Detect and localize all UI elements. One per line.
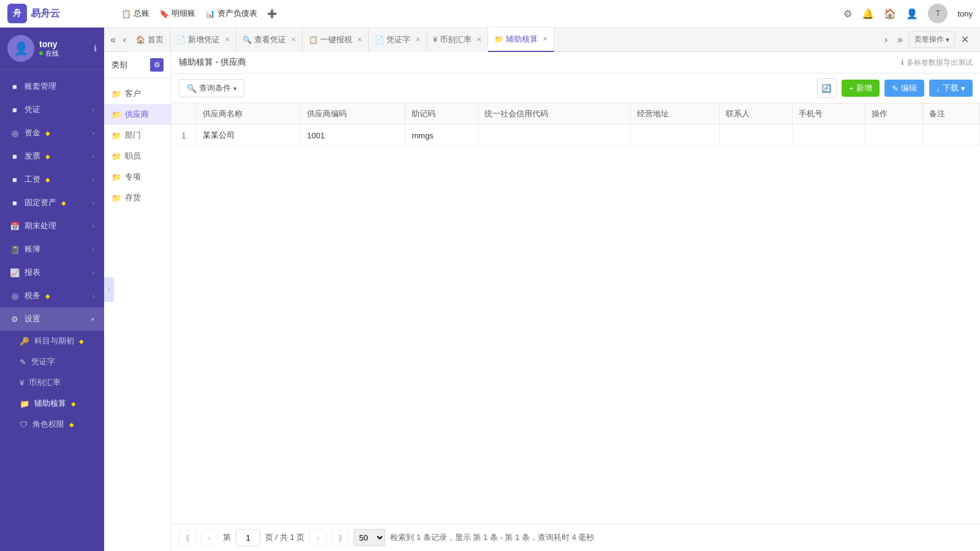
nav-detail[interactable]: 🔖 明细账 — [159, 8, 195, 19]
tab-voucher-word-close[interactable]: ✕ — [415, 36, 420, 43]
tab-aux-accounting-close[interactable]: ✕ — [543, 36, 548, 42]
sub-item-voucher-word-label: 凭证字 — [31, 356, 55, 367]
multi-select-hint-text: 多标签数据导出测试 — [907, 58, 973, 68]
category-panel: 类别 ⚙ 📁 客户 📁 供应商 📁 部门 — [104, 52, 172, 551]
home-icon[interactable]: 🏠 — [884, 8, 896, 20]
data-table: 供应商名称 供应商编码 助记码 统一社会信用代码 经营地址 联系人 手机号 操作… — [172, 103, 980, 523]
sidebar-item-ledger[interactable]: 📓 账簿 › — [0, 238, 104, 261]
row-1-operation — [865, 125, 922, 146]
employee-folder-icon: 📁 — [111, 152, 121, 161]
page-first-btn[interactable]: ⟪ — [179, 529, 196, 546]
tab-one-key-tax[interactable]: 📋 一键报税 ✕ — [303, 28, 369, 52]
tab-new-voucher[interactable]: 📄 新增凭证 ✕ — [170, 28, 236, 52]
tab-new-voucher-label: 新增凭证 — [188, 34, 220, 45]
category-customer[interactable]: 📁 客户 — [104, 83, 171, 104]
tab-one-key-tax-close[interactable]: ✕ — [357, 36, 362, 43]
tabs-action-btn[interactable]: 页签操作 ▾ — [909, 31, 955, 48]
table-body: 1 某某公司 1001 mmgs — [172, 125, 980, 146]
page-next-btn[interactable]: › — [309, 529, 326, 546]
pagination: ⟪ ‹ 第 页 / 共 1 页 › ⟫ 10 20 50 100 检索到 1 条… — [172, 523, 980, 551]
col-address: 经营地址 — [630, 103, 719, 125]
user-icon[interactable]: 👤 — [906, 8, 918, 20]
notification-icon[interactable]: 🔔 — [862, 8, 874, 20]
add-btn[interactable]: + 新增 — [842, 80, 880, 97]
refresh-btn[interactable]: 🔄 — [817, 78, 837, 98]
logo[interactable]: 舟 易舟云 — [7, 4, 111, 23]
tab-currency-rate-close[interactable]: ✕ — [477, 36, 481, 43]
tab-new-voucher-icon: 📄 — [176, 36, 186, 44]
info-icon[interactable]: ℹ — [94, 43, 97, 53]
edit-btn[interactable]: ✎ 编辑 — [884, 80, 924, 97]
tabs-bar: « ‹ 🏠 首页 📄 新增凭证 ✕ 🔍 查看凭证 ✕ 📋 — [104, 28, 980, 52]
sidebar-item-fixed-assets[interactable]: ■ 固定资产 ◆ › — [0, 191, 104, 214]
tab-view-voucher-close[interactable]: ✕ — [291, 36, 296, 43]
top-nav: 📋 总账 🔖 明细账 📊 资产负债表 ➕ — [121, 8, 834, 19]
category-supplier[interactable]: 📁 供应商 — [104, 104, 171, 125]
page-number-input[interactable] — [236, 529, 260, 546]
tab-nav-back[interactable]: ‹ — [119, 34, 130, 45]
download-btn[interactable]: ↓ 下载 ▾ — [929, 80, 973, 97]
sidebar-collapse-btn[interactable]: ‹ — [104, 277, 114, 302]
tab-voucher-word[interactable]: 📄 凭证字 ✕ — [369, 28, 427, 52]
edit-icon: ✎ — [892, 84, 899, 93]
page-last-btn[interactable]: ⟫ — [331, 529, 349, 546]
category-supplier-label: 供应商 — [125, 109, 149, 120]
avatar: T — [928, 4, 948, 23]
nav-ledger[interactable]: 📋 总账 — [121, 8, 149, 19]
category-list: 📁 客户 📁 供应商 📁 部门 📁 职员 — [104, 78, 171, 551]
tab-currency-rate-icon: ¥ — [433, 36, 437, 44]
tab-aux-accounting[interactable]: 📁 辅助核算 ✕ — [488, 28, 554, 52]
sub-item-subjects[interactable]: 🔑 科目与期初 ◆ — [10, 331, 104, 351]
tab-nav-last[interactable]: » — [894, 34, 907, 45]
add-label: 新增 — [856, 83, 872, 94]
search-conditions-btn[interactable]: 🔍 查询条件 ▾ — [179, 79, 244, 97]
sidebar-item-tax[interactable]: ◎ 税务 ◆ › — [0, 284, 104, 307]
tabs-action-label: 页签操作 — [914, 34, 944, 45]
sidebar-item-reports[interactable]: 📈 报表 › — [0, 261, 104, 284]
download-label: 下载 — [943, 83, 959, 94]
nav-add[interactable]: ➕ — [267, 9, 277, 18]
category-settings-btn[interactable]: ⚙ — [150, 58, 164, 72]
settings-icon[interactable]: ⚙ — [843, 8, 852, 20]
info-hint-icon: ℹ — [901, 58, 904, 67]
sub-item-currency[interactable]: ¥ 币别汇率 — [10, 372, 104, 393]
sidebar-item-tax-label: 税务 — [24, 290, 40, 301]
sidebar-item-period[interactable]: 📅 期末处理 › — [0, 214, 104, 238]
category-special[interactable]: 📁 专项 — [104, 167, 171, 187]
sidebar-item-voucher[interactable]: ■ 凭证 › — [0, 98, 104, 121]
tab-view-voucher[interactable]: 🔍 查看凭证 ✕ — [236, 28, 303, 52]
sidebar-item-payroll-label: 工资 — [24, 174, 40, 185]
search-icon: 🔍 — [187, 84, 197, 93]
app-name: 易舟云 — [31, 7, 60, 20]
tab-close-all[interactable]: ✕ — [957, 34, 973, 45]
subjects-icon: 🔑 — [20, 337, 29, 346]
sidebar: 👤 tony 在线 ℹ ■ 账套管理 ■ 凭证 › ◎ — [0, 28, 104, 551]
category-department[interactable]: 📁 部门 — [104, 125, 171, 146]
tab-nav-prev[interactable]: « — [107, 34, 119, 45]
tab-currency-rate[interactable]: ¥ 币别汇率 ✕ — [427, 28, 488, 52]
sidebar-item-invoice[interactable]: ■ 发票 ◆ › — [0, 144, 104, 168]
sub-item-aux-accounting[interactable]: 📁 辅助核算 ◆ — [10, 393, 104, 414]
sidebar-item-accounts[interactable]: ■ 账套管理 — [0, 75, 104, 98]
nav-balance[interactable]: 📊 资产负债表 — [205, 8, 257, 19]
tab-nav-forward[interactable]: › — [881, 34, 891, 45]
sub-item-roles[interactable]: 🛡 角色权限 ◆ — [10, 414, 104, 435]
inventory-folder-icon: 📁 — [111, 193, 121, 203]
sidebar-item-funds[interactable]: ◎ 资金 ◆ › — [0, 121, 104, 144]
tab-new-voucher-close[interactable]: ✕ — [225, 36, 230, 43]
row-1-supplier-name: 某某公司 — [196, 125, 301, 146]
sidebar-item-settings[interactable]: ⚙ 设置 ▾ — [0, 307, 104, 331]
tab-home[interactable]: 🏠 首页 — [130, 28, 170, 52]
sub-item-voucher-word[interactable]: ✎ 凭证字 — [10, 351, 104, 372]
category-inventory[interactable]: 📁 存货 — [104, 187, 171, 208]
nav-balance-icon: 📊 — [205, 9, 215, 18]
subjects-diamond: ◆ — [79, 338, 84, 345]
sidebar-item-fixed-assets-label: 固定资产 — [24, 197, 56, 208]
supplier-folder-icon: 📁 — [111, 110, 121, 119]
sidebar-item-payroll[interactable]: ■ 工资 ◆ › — [0, 168, 104, 191]
category-employee[interactable]: 📁 职员 — [104, 146, 171, 167]
settings-arrow: ▾ — [91, 316, 94, 323]
nav-detail-icon: 🔖 — [159, 9, 169, 18]
page-size-select[interactable]: 10 20 50 100 — [353, 529, 385, 546]
page-prev-btn[interactable]: ‹ — [201, 529, 218, 546]
